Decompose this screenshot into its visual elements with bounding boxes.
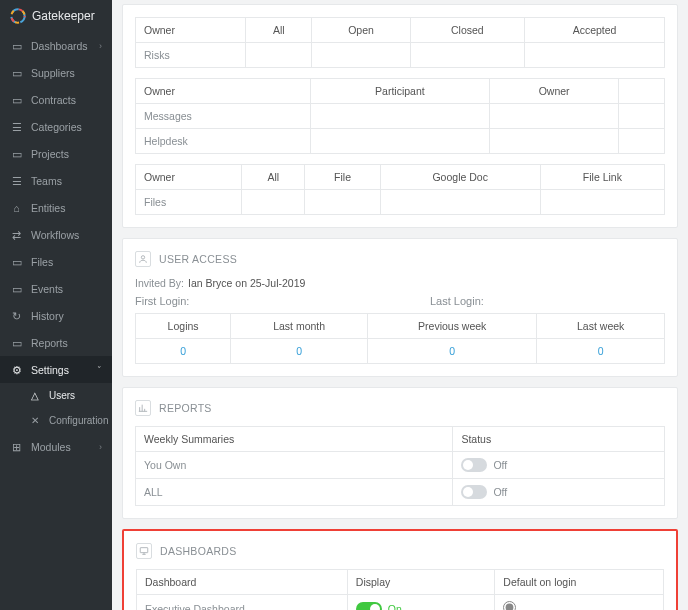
nav-sub-label: Users — [49, 390, 75, 401]
sidebar-item-history[interactable]: ↻History — [0, 302, 112, 329]
monitor-icon — [136, 543, 152, 559]
nav-icon: ☰ — [10, 174, 23, 187]
toggle-switch[interactable] — [461, 458, 487, 472]
sidebar-subitem-configuration[interactable]: ✕Configuration — [24, 408, 112, 433]
nav-icon: ☰ — [10, 120, 23, 133]
sidebar-item-contracts[interactable]: ▭Contracts — [0, 86, 112, 113]
cell — [540, 190, 664, 215]
sidebar-item-workflows[interactable]: ⇄Workflows — [0, 221, 112, 248]
sidebar-item-suppliers[interactable]: ▭Suppliers — [0, 59, 112, 86]
nav-icon: ▭ — [10, 255, 23, 268]
files-table: OwnerAllFileGoogle DocFile LinkFiles — [135, 164, 665, 215]
nav-icon: ▭ — [10, 147, 23, 160]
report-row-label: You Own — [136, 452, 453, 479]
col-header — [619, 79, 665, 104]
col-header: Open — [312, 18, 410, 43]
user-access-title: USER ACCESS — [159, 253, 237, 265]
login-count: 0 — [136, 339, 231, 364]
nav-sub-icon: ✕ — [28, 414, 41, 427]
reports-card: REPORTS Weekly SummariesStatusYou OwnOff… — [122, 387, 678, 519]
col-header: File Link — [540, 165, 664, 190]
cell — [380, 190, 540, 215]
col-header: Owner — [136, 79, 311, 104]
user-icon — [135, 251, 151, 267]
nav-icon: ▭ — [10, 66, 23, 79]
cell — [310, 129, 489, 154]
report-status-cell: Off — [453, 479, 665, 506]
dashboard-default-cell — [495, 595, 664, 610]
nav-label: Workflows — [31, 229, 79, 241]
col-header: Weekly Summaries — [136, 427, 453, 452]
sidebar-item-entities[interactable]: ⌂Entities — [0, 194, 112, 221]
nav-label: Suppliers — [31, 67, 75, 79]
chart-icon — [135, 400, 151, 416]
row-label: Files — [136, 190, 242, 215]
col-header: Owner — [136, 18, 246, 43]
col-header: Owner — [490, 79, 619, 104]
cell — [525, 43, 665, 68]
last-login-label: Last Login: — [430, 295, 665, 307]
svg-point-3 — [141, 256, 144, 259]
first-login-label: First Login: — [135, 295, 370, 307]
toggle-switch[interactable] — [461, 485, 487, 499]
nav-icon: ▭ — [10, 39, 23, 52]
nav-icon: ⌂ — [10, 201, 23, 214]
svg-rect-4 — [140, 548, 148, 553]
dashboards-table: DashboardDisplayDefault on loginExecutiv… — [136, 569, 664, 610]
sidebar-item-categories[interactable]: ☰Categories — [0, 113, 112, 140]
nav-label: Projects — [31, 148, 69, 160]
cell — [246, 43, 312, 68]
permissions-card: OwnerAllOpenClosedAcceptedRisks OwnerPar… — [122, 4, 678, 228]
sidebar-item-settings[interactable]: ⚙Settings˅ — [0, 356, 112, 383]
risks-table: OwnerAllOpenClosedAcceptedRisks — [135, 17, 665, 68]
default-radio[interactable] — [503, 601, 516, 610]
toggle-switch[interactable] — [356, 602, 382, 610]
nav-sub-label: Configuration — [49, 415, 108, 426]
col-header: Participant — [310, 79, 489, 104]
col-header: Default on login — [495, 570, 664, 595]
sidebar-item-teams[interactable]: ☰Teams — [0, 167, 112, 194]
row-label: Messages — [136, 104, 311, 129]
nav-label: Contracts — [31, 94, 76, 106]
chevron-icon: › — [99, 442, 102, 452]
dashboard-display-cell: On — [347, 595, 495, 610]
cell — [490, 129, 619, 154]
user-access-card: USER ACCESS Invited By: Ian Bryce on 25-… — [122, 238, 678, 377]
cell — [619, 129, 665, 154]
col-header: Last month — [231, 314, 368, 339]
nav-label: Dashboards — [31, 40, 88, 52]
nav-label: Files — [31, 256, 53, 268]
nav-icon: ▭ — [10, 93, 23, 106]
toggle-label: Off — [493, 459, 507, 471]
sidebar: Gatekeeper ▭Dashboards›▭Suppliers▭Contra… — [0, 0, 112, 610]
col-header: Accepted — [525, 18, 665, 43]
col-header: File — [305, 165, 380, 190]
toggle-label: Off — [493, 486, 507, 498]
sidebar-item-modules[interactable]: ⊞Modules› — [0, 433, 112, 460]
sidebar-item-files[interactable]: ▭Files — [0, 248, 112, 275]
brand-logo: Gatekeeper — [0, 0, 112, 32]
cell — [490, 104, 619, 129]
cell — [619, 104, 665, 129]
nav-label: Entities — [31, 202, 65, 214]
col-header: Last week — [537, 314, 665, 339]
messages-table: OwnerParticipantOwnerMessagesHelpdesk — [135, 78, 665, 154]
nav-label: Events — [31, 283, 63, 295]
main-content: OwnerAllOpenClosedAcceptedRisks OwnerPar… — [112, 0, 688, 610]
nav-label: History — [31, 310, 64, 322]
sidebar-item-reports[interactable]: ▭Reports — [0, 329, 112, 356]
col-header: Display — [347, 570, 495, 595]
sidebar-item-projects[interactable]: ▭Projects — [0, 140, 112, 167]
col-header: Closed — [410, 18, 524, 43]
col-header: Status — [453, 427, 665, 452]
chevron-icon: ˅ — [97, 365, 102, 375]
sidebar-subitem-users[interactable]: △Users — [24, 383, 112, 408]
sidebar-item-dashboards[interactable]: ▭Dashboards› — [0, 32, 112, 59]
cell — [242, 190, 305, 215]
toggle-label: On — [388, 603, 402, 610]
report-status-cell: Off — [453, 452, 665, 479]
chevron-icon: › — [99, 41, 102, 51]
nav-icon: ⇄ — [10, 228, 23, 241]
nav-icon: ⚙ — [10, 363, 23, 376]
sidebar-item-events[interactable]: ▭Events — [0, 275, 112, 302]
